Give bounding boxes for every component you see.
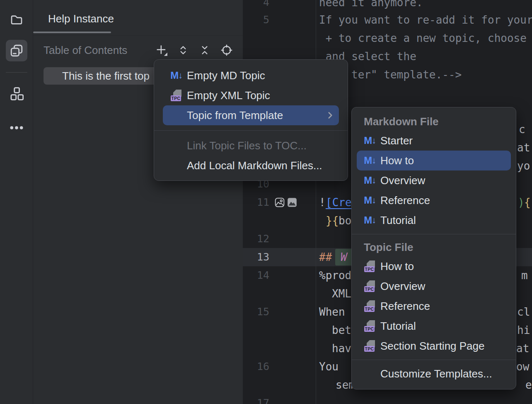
- menu-group-header-markdown-file: Markdown File: [357, 112, 511, 131]
- markdown-icon: M↓: [364, 154, 376, 167]
- toc-tree-item-label: This is the first top: [62, 67, 150, 85]
- menu-item-tutorial[interactable]: TPCTutorial: [357, 316, 511, 336]
- menu-item-label: Reference: [380, 300, 430, 313]
- line-number: 14: [243, 266, 269, 285]
- locate-button[interactable]: [219, 42, 235, 58]
- markdown-icon: M↓: [364, 194, 376, 207]
- submenu-chevron-icon: [325, 110, 336, 121]
- topic-icon: TPC: [364, 340, 376, 352]
- code-token-comment: ter" template.-->: [351, 66, 462, 84]
- code-token-text: !: [319, 193, 326, 212]
- menu-item-label: Section Starting Page: [380, 340, 485, 353]
- line-number: 13: [243, 248, 269, 266]
- code-token-brace: }{: [326, 212, 339, 230]
- code-token-comment: If you want to re-add it for your: [319, 11, 532, 29]
- line-number: 16: [243, 358, 269, 376]
- menu-group-header-topic-file: Topic File: [357, 238, 511, 256]
- menu-item-tutorial[interactable]: M↓Tutorial: [357, 210, 511, 230]
- code-line: 17: [243, 394, 532, 404]
- ide-window: Help Instance Table of Contents: [0, 0, 532, 404]
- menu-item-label: How to: [380, 260, 414, 273]
- code-token-text: ow: [516, 358, 529, 376]
- menu-item-label: Empty MD Topic: [187, 69, 265, 82]
- menu-item-label: Overview: [380, 280, 425, 293]
- code-line: + to create a new topic, choose: [243, 29, 532, 47]
- code-token-comment: + to create a new topic, choose: [319, 29, 527, 47]
- toc-add-context-menu: M↓Empty MD TopicTPCEmpty XML TopicTopic …: [154, 59, 348, 181]
- code-token-text: When: [319, 303, 345, 321]
- menu-item-overview[interactable]: M↓Overview: [357, 170, 511, 190]
- menu-item-customize-templates[interactable]: Customize Templates...: [357, 364, 511, 384]
- markdown-icon: M↓: [364, 174, 376, 187]
- image-gutter-icon[interactable]: [287, 197, 297, 208]
- header-divider: [33, 35, 243, 36]
- line-number: 17: [243, 394, 269, 404]
- menu-item-how-to[interactable]: TPCHow to: [357, 256, 511, 276]
- line-number: 5: [243, 11, 269, 29]
- toc-panel-label: Table of Contents: [44, 44, 127, 57]
- menu-item-how-to[interactable]: M↓How to: [357, 151, 511, 170]
- collapse-all-button[interactable]: [197, 42, 213, 58]
- code-token-comment: need it anymore.: [319, 0, 423, 12]
- menu-item-label: Topic from Template: [187, 109, 283, 122]
- topic-icon: TPC: [170, 89, 183, 102]
- structure-icon[interactable]: [6, 83, 27, 105]
- activity-bar: [0, 0, 33, 404]
- menu-item-label: Add Local Markdown Files...: [187, 159, 322, 172]
- markdown-icon: M↓: [364, 134, 376, 147]
- code-token-text: %prod: [319, 266, 351, 285]
- menu-item-section-starting-page[interactable]: TPCSection Starting Page: [357, 336, 511, 356]
- code-token-text: at: [517, 139, 530, 157]
- template-submenu: Markdown FileM↓StarterM↓How toM↓Overview…: [351, 107, 516, 389]
- menu-item-topic-from-template[interactable]: Topic from Template: [163, 105, 339, 125]
- instances-icon[interactable]: [6, 40, 27, 61]
- line-number: 4: [243, 0, 269, 12]
- code-token-text: yo: [517, 157, 530, 175]
- code-token-text: e: [525, 376, 532, 394]
- code-token-brace: {: [524, 193, 531, 212]
- code-token-link: [Cre: [326, 193, 352, 212]
- topic-icon: TPC: [364, 280, 376, 292]
- menu-item-label: Customize Templates...: [380, 367, 492, 380]
- code-token-text: at: [516, 339, 529, 358]
- folder-icon[interactable]: [6, 9, 27, 31]
- menu-item-label: How to: [380, 154, 414, 167]
- menu-item-reference[interactable]: TPCReference: [357, 296, 511, 316]
- markdown-icon: M↓: [364, 214, 376, 226]
- active-tab-underline: [33, 32, 111, 33]
- menu-item-empty-md-topic[interactable]: M↓Empty MD Topic: [163, 66, 339, 85]
- menu-item-link-topic-files-to-toc: Link Topic Files to TOC...: [163, 136, 339, 156]
- menu-item-overview[interactable]: TPCOverview: [357, 276, 511, 296]
- code-token-heading-marker: ##: [319, 248, 332, 266]
- menu-item-starter[interactable]: M↓Starter: [357, 131, 511, 151]
- line-number: 12: [243, 230, 269, 248]
- menu-item-label: Link Topic Files to TOC...: [187, 139, 307, 152]
- activity-bar-divider: [6, 72, 27, 73]
- menu-separator: [352, 234, 516, 234]
- topic-icon: TPC: [364, 320, 376, 332]
- code-token-text: m: [521, 266, 528, 285]
- code-line: 4need it anymore.: [243, 0, 532, 12]
- menu-item-label: Starter: [380, 134, 413, 147]
- menu-item-label: Tutorial: [380, 320, 416, 333]
- code-token-text: hi: [517, 321, 530, 339]
- expand-all-button[interactable]: [175, 42, 191, 58]
- menu-separator: [154, 130, 348, 131]
- menu-item-reference[interactable]: M↓Reference: [357, 190, 511, 210]
- code-line: 5If you want to re-add it for your: [243, 11, 532, 29]
- add-button[interactable]: [154, 42, 169, 58]
- menu-separator: [352, 360, 516, 360]
- code-token-text: bo: [339, 212, 351, 230]
- menu-item-label: Overview: [380, 174, 425, 187]
- menu-item-label: Tutorial: [380, 214, 416, 227]
- image-preview-icon[interactable]: [274, 197, 285, 208]
- code-token-text: You: [319, 358, 339, 376]
- menu-item-label: Reference: [380, 194, 430, 207]
- topic-icon: TPC: [364, 300, 376, 312]
- more-icon[interactable]: [6, 117, 27, 139]
- code-token-heading: W: [335, 249, 353, 265]
- menu-item-add-local-markdown-files[interactable]: Add Local Markdown Files...: [163, 156, 339, 175]
- menu-item-empty-xml-topic[interactable]: TPCEmpty XML Topic: [163, 85, 339, 105]
- line-number: 11: [243, 193, 269, 212]
- markdown-icon: M↓: [170, 69, 183, 82]
